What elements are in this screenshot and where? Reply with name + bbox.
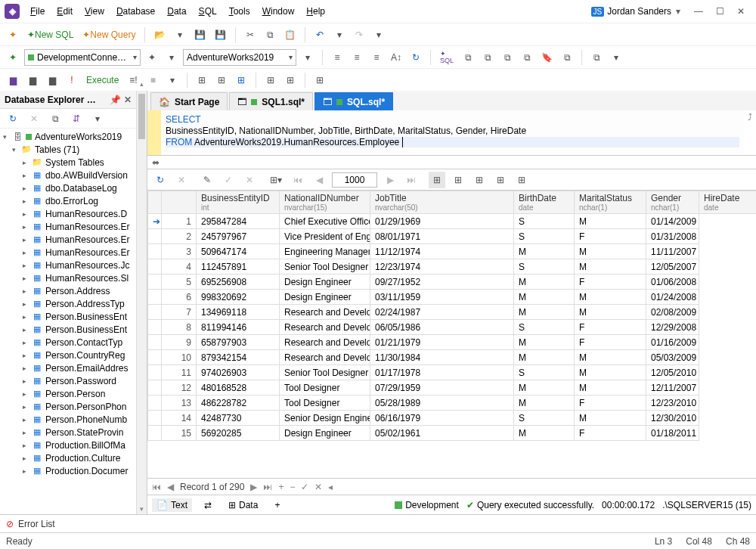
new-sql-button[interactable]: ✦ New SQL (24, 26, 76, 43)
tree-item[interactable]: ▸📁System Tables (0, 156, 136, 169)
wrap-icon[interactable]: ⤴ (748, 112, 752, 123)
nav-del-icon[interactable]: − (290, 482, 295, 492)
menu-edit[interactable]: Edit (52, 3, 77, 20)
save-all-icon[interactable]: 💾 (212, 26, 229, 43)
conn-ext1-icon[interactable]: ✦ (144, 49, 160, 66)
redo-drop-icon[interactable]: ▾ (370, 26, 387, 43)
comment-icon[interactable]: ≡ (368, 49, 385, 66)
g5-icon[interactable]: ⊞ (282, 72, 299, 88)
text-tab[interactable]: 📄Text (152, 498, 192, 512)
tree-item[interactable]: ▸▦Person.BusinessEnt (0, 310, 136, 323)
error-list-panel[interactable]: ⊘Error List (0, 514, 756, 532)
open-icon[interactable]: 📂 (151, 26, 169, 43)
menu-help[interactable]: Help (302, 3, 330, 20)
table-row[interactable]: 9658797903Research and Development Engin… (148, 335, 757, 350)
star-icon[interactable]: ✦ (5, 26, 21, 43)
undo-icon[interactable]: ↶ (311, 26, 328, 43)
t3-icon[interactable]: ⧉ (499, 49, 516, 66)
table-row[interactable]: 11974026903Senior Tool Designer01/17/197… (148, 365, 757, 380)
grid-refresh-icon[interactable]: ↻ (152, 172, 169, 188)
tree-item[interactable]: ▸▦HumanResources.Er (0, 246, 136, 259)
grid-rollback-icon[interactable]: ✕ (241, 172, 258, 188)
menu-file[interactable]: File (26, 3, 49, 20)
tree-item[interactable]: ▸▦HumanResources.Er (0, 233, 136, 246)
grid-edit-icon[interactable]: ✎ (199, 172, 215, 188)
pause-icon[interactable]: ■ (144, 72, 161, 88)
table-row[interactable]: 5695256908Design Engineer09/27/1952MF01/… (148, 274, 757, 290)
tree-item[interactable]: ▸▦dbo.AWBuildVersion (0, 169, 136, 181)
copy-tree-icon[interactable]: ⧉ (47, 110, 64, 127)
new-query-button[interactable]: ✦ New Query (79, 26, 138, 43)
tree-item[interactable]: ▸▦Person.ContactTyp (0, 336, 136, 349)
cut-icon[interactable]: ✂ (242, 26, 259, 43)
g1-icon[interactable]: ⊞ (194, 72, 210, 88)
tree-item[interactable]: ▸▦HumanResources.D (0, 207, 136, 220)
tree-item[interactable]: ▸▦Person.Password (0, 374, 136, 387)
view-chart-icon[interactable]: ⊞ (492, 172, 509, 188)
nav-next-icon[interactable]: ▶ (250, 482, 257, 492)
table-row[interactable]: 1442487730Senior Design Engineer06/16/19… (148, 411, 757, 426)
panel-close-icon[interactable]: ✕ (124, 95, 132, 105)
tree-item[interactable]: ▸▦Person.BusinessEnt (0, 323, 136, 336)
run2-icon[interactable]: ▆ (24, 72, 41, 88)
run-icon[interactable]: ▆ (5, 72, 21, 88)
nav-cancel-icon[interactable]: ✕ (314, 482, 322, 492)
redo-icon[interactable]: ↷ (351, 26, 367, 43)
view-card-icon[interactable]: ⊞ (450, 172, 466, 188)
t7-icon[interactable]: ▾ (608, 49, 624, 66)
tree-item[interactable]: ▸▦Person.CountryReg (0, 349, 136, 361)
t4-icon[interactable]: ⧉ (519, 49, 535, 66)
step-icon[interactable]: ▾ (164, 72, 181, 88)
g4-icon[interactable]: ⊞ (262, 72, 279, 88)
filter-tree-icon[interactable]: ⇵ (68, 110, 85, 127)
tree-drop-icon[interactable]: ▾ (89, 110, 106, 127)
table-row[interactable]: 2245797967Vice President of Engineering0… (148, 229, 757, 244)
tree-item[interactable]: ▸▦HumanResources.Er (0, 220, 136, 233)
tree-item[interactable]: ▸▦Person.PersonPhon (0, 400, 136, 413)
nav-prev-icon[interactable]: ◀ (167, 482, 174, 492)
execute-button[interactable]: Execute (83, 72, 122, 88)
table-row[interactable]: 7134969118Research and Development Manag… (148, 305, 757, 320)
sql-editor[interactable]: SELECT BusinessEntityID, NationalIDNumbe… (147, 110, 756, 156)
tree-item[interactable]: ▸▦Person.EmailAddres (0, 361, 136, 374)
sql-badge-icon[interactable]: ✦SQL (437, 49, 457, 66)
copy-icon[interactable]: ⧉ (262, 26, 278, 43)
tree-item[interactable]: ▸▦dbo.ErrorLog (0, 194, 136, 207)
table-row[interactable]: 1556920285Design Engineer05/02/1961MF01/… (148, 426, 757, 441)
nav-ok-icon[interactable]: ✓ (301, 482, 308, 492)
tree-item[interactable]: ▸▦Person.StateProvin (0, 426, 136, 439)
tree-item[interactable]: ▸▦Person.Person (0, 387, 136, 400)
table-row[interactable]: 3509647174Engineering Manager11/12/1974M… (148, 244, 757, 259)
connect-icon[interactable]: ✦ (5, 49, 21, 66)
menu-database[interactable]: Database (112, 3, 160, 20)
db-node[interactable]: ▾🗄AdventureWorks2019 (0, 130, 136, 143)
refresh-tree-icon[interactable]: ↻ (5, 110, 21, 127)
paste-icon[interactable]: 📋 (281, 26, 299, 43)
tab-sql-sql-[interactable]: 🗔SQL.sql* (314, 92, 393, 110)
table-row[interactable]: 12480168528Tool Designer07/29/1959MM12/1… (148, 380, 757, 395)
run3-icon[interactable]: ▆ (44, 72, 60, 88)
tree-item[interactable]: ▸▦Production.Documer (0, 464, 136, 477)
menu-view[interactable]: View (80, 3, 109, 20)
pin-icon[interactable]: 📌 (110, 95, 121, 105)
menu-tools[interactable]: Tools (225, 3, 255, 20)
results-grid[interactable]: BusinessEntityIDintNationalIDNumbernvarc… (147, 191, 756, 478)
tree-item[interactable]: ▸▦Production.Culture (0, 451, 136, 464)
menu-sql[interactable]: SQL (194, 3, 222, 20)
g3-icon[interactable]: ⊞ (233, 72, 249, 88)
tree-item[interactable]: ▸▦dbo.DatabaseLog (0, 181, 136, 194)
delete-tree-icon[interactable]: ✕ (26, 110, 42, 127)
bookmark-icon[interactable]: 🔖 (538, 49, 556, 66)
conn-ext2-icon[interactable]: ▾ (163, 49, 180, 66)
table-row[interactable]: 10879342154Research and Development Mana… (148, 350, 757, 365)
t2-icon[interactable]: ⧉ (479, 49, 496, 66)
view-export-icon[interactable]: ⊞ (513, 172, 530, 188)
view-grid-icon[interactable]: ⊞ (429, 172, 445, 188)
table-row[interactable]: 8811994146Research and Development Engin… (148, 320, 757, 335)
minimize-button[interactable]: — (688, 1, 709, 22)
prev-page-icon[interactable]: ◀ (311, 172, 327, 188)
dropdown-icon[interactable]: ▾ (172, 26, 188, 43)
user-chevron-icon[interactable]: ▾ (676, 6, 680, 17)
g2-icon[interactable]: ⊞ (213, 72, 230, 88)
grid-cancel-icon[interactable]: ✕ (173, 172, 190, 188)
